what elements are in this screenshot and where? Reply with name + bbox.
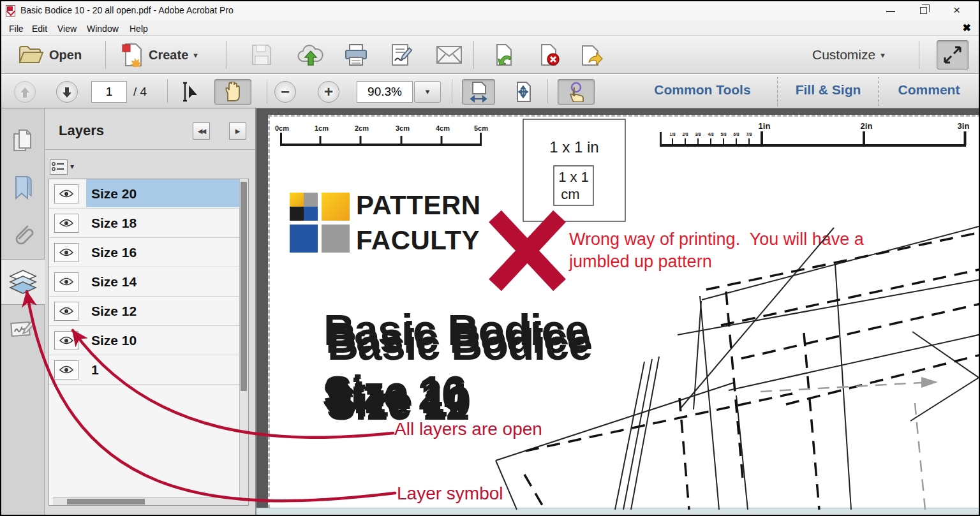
separator [452,79,452,103]
sign-button[interactable] [384,40,420,70]
layer-visibility-toggle[interactable] [54,302,78,321]
menu-window[interactable]: Window [84,22,121,35]
panel-vertical-scrollbar[interactable] [239,179,248,505]
layer-row-1[interactable]: 1 [49,355,239,385]
logo-square-grey-small [304,193,318,207]
eye-icon [59,365,74,374]
navigation-pane-sidebar [1,108,45,515]
menu-view[interactable]: View [55,22,79,35]
window-title: Basic Bodice 10 - 20 all open.pdf - Adob… [20,5,234,15]
minimize-button[interactable] [876,1,905,20]
save-button[interactable] [245,40,278,70]
logo-square-blue-small [304,207,318,221]
zoom-level-input[interactable] [357,81,413,103]
separator [777,77,778,106]
fit-page-button[interactable] [507,79,540,105]
menu-file[interactable]: File [6,22,26,35]
layer-visibility-toggle[interactable] [54,184,78,203]
annotation-layer-symbol: Layer symbol [397,483,503,504]
previous-page-button[interactable] [14,81,36,103]
export-button[interactable] [487,40,522,70]
page-thumbnails-button[interactable] [1,117,45,163]
eye-icon [59,248,74,257]
open-button[interactable]: Open [13,40,87,70]
share-button[interactable] [574,40,609,70]
fullscreen-button[interactable] [937,40,969,70]
layer-row-size-10[interactable]: Size 10 [49,326,239,355]
options-list-icon [50,160,66,173]
save-icon [251,43,272,66]
restore-icon [920,7,927,14]
sign-document-icon [390,43,414,66]
layer-row-size-12[interactable]: Size 12 [49,297,239,326]
zoom-in-button[interactable]: + [318,81,339,103]
tab-fill-sign[interactable]: Fill & Sign [781,82,875,98]
tab-common-tools[interactable]: Common Tools [632,82,773,98]
close-icon: × [953,3,960,17]
email-button[interactable] [430,40,468,70]
print-button[interactable] [338,40,374,70]
layer-visibility-toggle[interactable] [54,360,78,380]
logo-square-black-small [290,207,304,221]
annotation-all-layers: All layers are open [394,419,542,439]
customize-caret-icon: ▾ [880,50,885,60]
customize-button[interactable]: Customize ▾ [806,40,891,70]
divider [45,149,255,150]
collapse-panel-button[interactable]: ◀◀ [193,122,210,140]
layers-button[interactable] [1,259,45,305]
pattern-title-copy: Basic Bodice [327,320,592,369]
separator [473,41,474,69]
layer-row-size-14[interactable]: Size 14 [49,267,239,297]
next-page-button[interactable] [56,81,78,103]
layer-visibility-toggle[interactable] [54,272,78,291]
restore-button[interactable] [910,1,939,20]
fit-width-icon [469,81,488,103]
layers-panel-title: Layers [59,122,104,139]
layer-row-size-16[interactable]: Size 16 [49,238,239,267]
select-tool-button[interactable] [175,79,204,105]
layer-row-size-18[interactable]: Size 18 [49,209,239,238]
page-number-input[interactable] [91,81,127,103]
layer-label: 1 [91,355,99,385]
layer-visibility-toggle[interactable] [54,243,78,262]
arrow-down-icon [61,86,73,99]
layer-label: Size 20 [91,179,137,209]
separator [547,79,548,103]
tab-comment[interactable]: Comment [882,82,976,98]
attachments-button[interactable] [1,212,45,258]
signatures-button[interactable] [1,306,45,352]
document-share-icon [580,43,603,66]
create-button[interactable]: Create ▾ [116,40,204,70]
touch-mode-button[interactable] [558,79,595,105]
paperclip-icon [10,222,36,247]
layer-row-size-20[interactable]: Size 20 [49,179,239,209]
delete-pages-button[interactable] [532,40,567,70]
layer-visibility-toggle[interactable] [54,214,78,233]
eye-icon [59,307,74,316]
panel-horizontal-scrollbar[interactable] [53,497,242,505]
bookmarks-button[interactable] [1,165,45,210]
menu-edit[interactable]: Edit [29,22,50,35]
expand-panel-button[interactable]: ▶ [229,122,246,140]
scrollbar-thumb[interactable] [241,182,247,391]
hand-tool-button[interactable] [214,79,251,105]
logo-square-orange [322,193,350,221]
layer-options-button[interactable] [50,159,68,175]
pdf-file-icon [6,5,15,17]
eye-icon [59,189,74,198]
toolbar-pin-icon[interactable]: ✖ [963,22,971,34]
scrollbar-thumb[interactable] [67,499,145,505]
zoom-dropdown-button[interactable]: ▾ [414,81,441,103]
zoom-out-button[interactable]: − [274,81,296,103]
logo-square-grey [322,225,350,253]
menu-help[interactable]: Help [127,22,151,35]
fit-width-button[interactable] [462,79,495,105]
close-button[interactable]: × [944,1,974,20]
logo-square-blue [290,225,318,253]
cloud-upload-icon [297,43,324,66]
layer-visibility-toggle[interactable] [54,331,78,350]
minus-icon: − [281,83,290,100]
upload-cloud-button[interactable] [292,40,330,70]
layer-label: Size 10 [91,326,137,355]
document-horizontal-scrollbar[interactable] [256,508,979,515]
